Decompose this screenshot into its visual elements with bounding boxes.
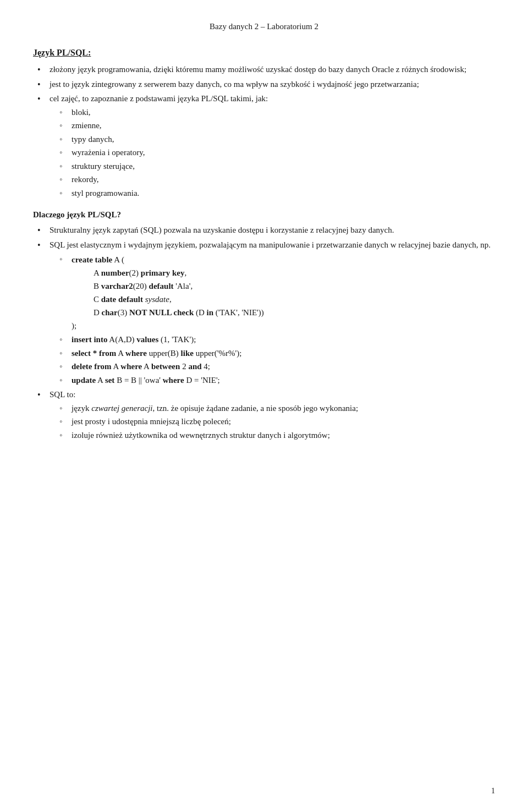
list-item: język czwartej generacji, tzn. że opisuj… [50,402,495,415]
list-item: select * from A where upper(B) like uppe… [50,347,495,360]
list-item: wyrażenia i operatory, [50,146,495,159]
list-item: styl programowania. [50,187,495,200]
section2: Dlaczego język PL/SQL? Strukturalny języ… [33,210,495,441]
list-item: izoluje również użytkownika od wewnętrzn… [50,429,495,442]
page-number: 1 [491,787,495,795]
circle-list: bloki, zmienne, typy danych, wyrażenia i… [50,106,495,200]
list-item: bloki, [50,106,495,119]
section1-bullet-list: złożony język programowania, dzięki któr… [33,63,495,199]
list-item: zmienne, [50,119,495,132]
section2-heading: Dlaczego język PL/SQL? [33,210,495,220]
section1-heading: Język PL/SQL: [33,48,495,58]
list-item: update A set B = B || 'owa' where D = 'N… [50,374,495,387]
page-header: Bazy danych 2 – Laboratorium 2 [33,22,495,31]
header-title: Bazy danych 2 – Laboratorium 2 [210,22,318,31]
list-item: Strukturalny język zapytań (SQL) pozwala… [33,224,495,237]
section1: Język PL/SQL: złożony język programowani… [33,48,495,199]
create-table-block: create table A ( A number(2) primary key… [72,253,495,332]
list-item: SQL to: język czwartej generacji, tzn. ż… [33,388,495,441]
list-item: struktury sterujące, [50,160,495,173]
list-item: cel zajęć, to zapoznanie z podstawami ję… [33,92,495,199]
list-item: SQL jest elastycznym i wydajnym językiem… [33,239,495,387]
circle-sublist: create table A ( A number(2) primary key… [50,253,495,386]
list-item: delete from A where A between 2 and 4; [50,360,495,373]
list-item: jest prosty i udostępnia mniejszą liczbę… [50,415,495,428]
list-item: typy danych, [50,133,495,146]
list-item: insert into A(A,D) values (1, 'TAK'); [50,333,495,346]
section2-bullet-list: Strukturalny język zapytań (SQL) pozwala… [33,224,495,441]
list-item: złożony język programowania, dzięki któr… [33,63,495,76]
list-item: rekordy, [50,173,495,186]
list-item: jest to język zintegrowany z serwerem ba… [33,78,495,91]
circle-sublist-sql: język czwartej generacji, tzn. że opisuj… [50,402,495,442]
list-item: create table A ( A number(2) primary key… [50,253,495,332]
